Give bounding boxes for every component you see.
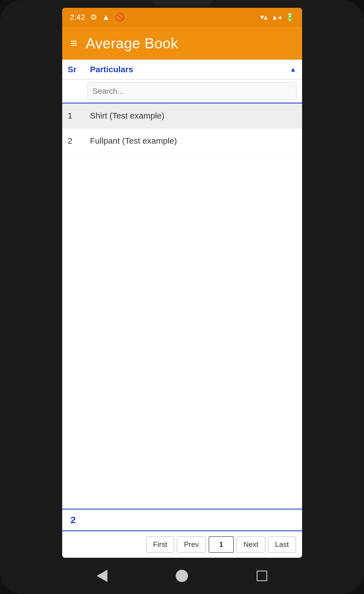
hamburger-icon[interactable]: ≡ [71,37,78,49]
particulars-column-header: Particulars [90,65,290,74]
gear-icon: ⚙ [90,13,97,22]
recents-button[interactable] [251,565,273,587]
home-button[interactable] [171,565,193,587]
app-title: Average Book [86,35,178,52]
first-button[interactable]: First [146,537,174,552]
status-right: ▾▴ ▲◂ 🔋 [260,13,294,21]
screen: 2:42 ⚙ ▲ 🚫 ▾▴ ▲◂ 🔋 ≡ Average Book Sr Par… [62,8,302,558]
sr-column-header: Sr [68,65,90,74]
search-input[interactable] [87,83,296,100]
time-display: 2:42 [70,13,85,22]
table-row[interactable]: 2 Fullpant (Test example) [62,129,302,154]
prev-button[interactable]: Prev [177,537,206,552]
last-button[interactable]: Last [268,537,296,552]
back-button[interactable] [91,565,113,587]
status-bar: 2:42 ⚙ ▲ 🚫 ▾▴ ▲◂ 🔋 [62,8,302,27]
phone-frame: 2:42 ⚙ ▲ 🚫 ▾▴ ▲◂ 🔋 ≡ Average Book Sr Par… [0,0,364,594]
status-left: 2:42 ⚙ ▲ 🚫 [70,13,125,22]
row-name: Fullpant (Test example) [90,136,296,146]
back-icon [97,570,107,582]
blocked-icon: 🚫 [115,13,125,22]
home-icon [176,570,188,582]
battery-icon: 🔋 [285,13,294,21]
row-sr: 1 [68,111,90,120]
table-row[interactable]: 1 Shirt (Test example) [62,103,302,129]
footer-count: 2 [62,509,302,531]
recents-icon [257,571,267,581]
next-button[interactable]: Next [237,537,265,552]
notification-icon: ▲ [102,13,110,22]
row-sr: 2 [68,136,90,146]
signal-icon: ▲◂ [271,13,281,21]
app-bar: ≡ Average Book [62,27,302,60]
total-count: 2 [68,515,76,525]
table-header: Sr Particulars ▲ [62,60,302,80]
table-body: 1 Shirt (Test example) 2 Fullpant (Test … [62,103,302,509]
sort-icon[interactable]: ▲ [290,66,296,73]
row-name: Shirt (Test example) [90,111,296,120]
wifi-icon: ▾▴ [260,13,267,21]
pagination: First Prev 1 Next Last [62,531,302,558]
current-page-button[interactable]: 1 [209,536,234,553]
nav-bar [62,558,302,594]
phone-notch [151,0,213,5]
search-row [62,80,302,103]
